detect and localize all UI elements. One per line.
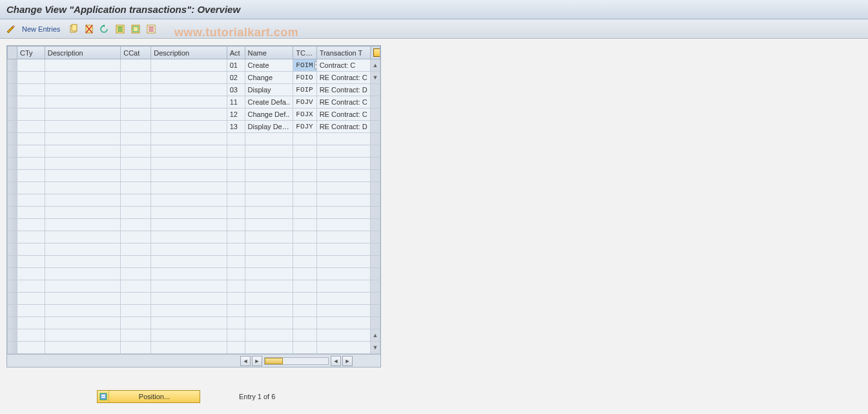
cell-empty[interactable] bbox=[245, 317, 293, 329]
cell-empty[interactable] bbox=[227, 158, 245, 170]
cell-empty[interactable] bbox=[17, 96, 45, 109]
cell-empty[interactable] bbox=[121, 84, 151, 96]
row-handle[interactable] bbox=[8, 268, 17, 280]
row-handle[interactable] bbox=[8, 194, 17, 207]
cell-empty[interactable] bbox=[316, 256, 370, 268]
cell-empty[interactable] bbox=[45, 342, 121, 354]
hscroll-left-button[interactable]: ◄ bbox=[240, 356, 251, 366]
cell-empty[interactable] bbox=[316, 158, 370, 170]
vscroll-linedown-button[interactable]: ▼ bbox=[371, 72, 380, 83]
cell-empty[interactable] bbox=[45, 219, 121, 231]
cell-empty[interactable] bbox=[17, 256, 45, 268]
cell-empty[interactable] bbox=[17, 342, 45, 354]
delete-icon[interactable] bbox=[83, 23, 95, 35]
cell-empty[interactable] bbox=[245, 329, 293, 342]
cell-name[interactable]: Change bbox=[245, 72, 293, 84]
cell-empty[interactable] bbox=[121, 72, 151, 84]
cell-empty[interactable] bbox=[227, 268, 245, 280]
cell-empty[interactable] bbox=[293, 342, 316, 354]
cell-empty[interactable] bbox=[293, 231, 316, 243]
table-settings-icon[interactable] bbox=[373, 48, 380, 57]
cell-empty[interactable] bbox=[151, 109, 227, 121]
select-all-icon[interactable] bbox=[114, 23, 126, 35]
row-handle[interactable] bbox=[8, 59, 17, 72]
cell-transaction-text[interactable]: RE Contract: C bbox=[316, 109, 370, 121]
f4-help-icon[interactable] bbox=[315, 61, 316, 69]
cell-empty[interactable] bbox=[17, 194, 45, 207]
cell-empty[interactable] bbox=[121, 243, 151, 256]
cell-act[interactable]: 11 bbox=[227, 96, 245, 109]
cell-name[interactable]: Create bbox=[245, 59, 293, 72]
cell-empty[interactable] bbox=[227, 133, 245, 145]
cell-empty[interactable] bbox=[316, 145, 370, 158]
cell-empty[interactable] bbox=[227, 231, 245, 243]
cell-empty[interactable] bbox=[17, 329, 45, 342]
position-button[interactable]: Position... bbox=[97, 390, 200, 403]
cell-empty[interactable] bbox=[151, 145, 227, 158]
cell-name[interactable]: Display bbox=[245, 84, 293, 96]
cell-transaction-text[interactable]: Contract: C bbox=[316, 59, 370, 72]
cell-empty[interactable] bbox=[45, 243, 121, 256]
row-handle[interactable] bbox=[8, 342, 17, 354]
cell-empty[interactable] bbox=[227, 329, 245, 342]
cell-empty[interactable] bbox=[121, 121, 151, 133]
cell-empty[interactable] bbox=[227, 243, 245, 256]
cell-empty[interactable] bbox=[121, 219, 151, 231]
row-handle[interactable] bbox=[8, 96, 17, 109]
tcode-value[interactable]: FOIM bbox=[296, 61, 313, 69]
row-handle[interactable] bbox=[8, 133, 17, 145]
row-handle[interactable] bbox=[8, 170, 17, 182]
cell-empty[interactable] bbox=[121, 256, 151, 268]
row-handle[interactable] bbox=[8, 207, 17, 219]
row-handle[interactable] bbox=[8, 121, 17, 133]
cell-empty[interactable] bbox=[293, 207, 316, 219]
cell-empty[interactable] bbox=[293, 133, 316, 145]
cell-empty[interactable] bbox=[293, 194, 316, 207]
col-header-name[interactable]: Name bbox=[245, 47, 293, 59]
cell-empty[interactable] bbox=[45, 194, 121, 207]
cell-empty[interactable] bbox=[245, 305, 293, 317]
row-handle[interactable] bbox=[8, 317, 17, 329]
vscroll-up-button[interactable]: ▲ bbox=[371, 59, 380, 71]
cell-empty[interactable] bbox=[245, 256, 293, 268]
cell-empty[interactable] bbox=[17, 268, 45, 280]
cell-empty[interactable] bbox=[316, 133, 370, 145]
toggle-edit-icon[interactable] bbox=[5, 23, 17, 35]
cell-empty[interactable] bbox=[121, 280, 151, 293]
cell-tcode[interactable]: FOJY bbox=[293, 121, 316, 133]
cell-empty[interactable] bbox=[45, 305, 121, 317]
row-selector-header[interactable] bbox=[8, 47, 17, 59]
cell-empty[interactable] bbox=[245, 231, 293, 243]
row-handle[interactable] bbox=[8, 84, 17, 96]
cell-empty[interactable] bbox=[45, 317, 121, 329]
cell-empty[interactable] bbox=[316, 329, 370, 342]
cell-empty[interactable] bbox=[45, 231, 121, 243]
cell-empty[interactable] bbox=[121, 145, 151, 158]
cell-empty[interactable] bbox=[45, 170, 121, 182]
select-block-icon[interactable] bbox=[130, 23, 141, 35]
cell-empty[interactable] bbox=[227, 293, 245, 305]
cell-empty[interactable] bbox=[151, 256, 227, 268]
cell-empty[interactable] bbox=[245, 342, 293, 354]
cell-empty[interactable] bbox=[245, 280, 293, 293]
cell-empty[interactable] bbox=[121, 194, 151, 207]
cell-empty[interactable] bbox=[293, 256, 316, 268]
cell-empty[interactable] bbox=[151, 133, 227, 145]
deselect-all-icon[interactable] bbox=[145, 23, 157, 35]
cell-empty[interactable] bbox=[17, 109, 45, 121]
cell-empty[interactable] bbox=[45, 207, 121, 219]
copy-icon[interactable] bbox=[68, 23, 79, 35]
cell-empty[interactable] bbox=[227, 280, 245, 293]
cell-empty[interactable] bbox=[17, 121, 45, 133]
cell-empty[interactable] bbox=[17, 133, 45, 145]
cell-empty[interactable] bbox=[151, 219, 227, 231]
row-handle[interactable] bbox=[8, 72, 17, 84]
cell-empty[interactable] bbox=[45, 268, 121, 280]
cell-empty[interactable] bbox=[17, 72, 45, 84]
cell-empty[interactable] bbox=[45, 256, 121, 268]
cell-empty[interactable] bbox=[17, 280, 45, 293]
cell-tcode[interactable]: FOJV bbox=[293, 96, 316, 109]
cell-empty[interactable] bbox=[151, 84, 227, 96]
cell-empty[interactable] bbox=[17, 59, 45, 72]
hscroll-thumb[interactable] bbox=[265, 358, 283, 364]
